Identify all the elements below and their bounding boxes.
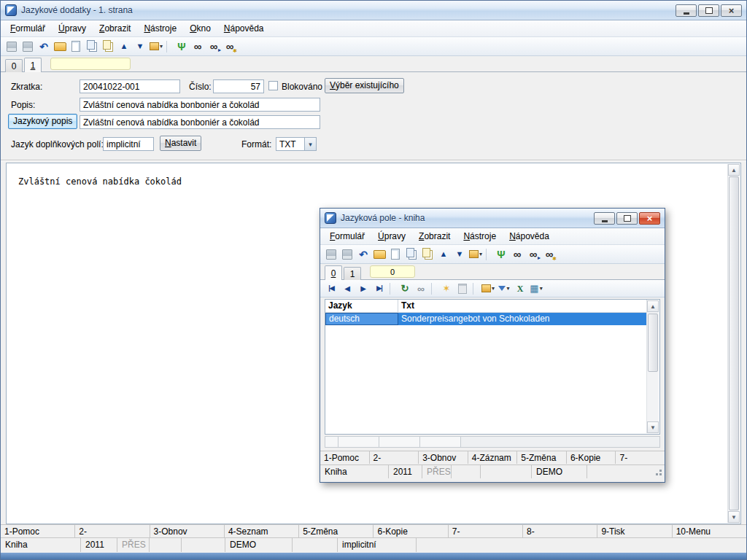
editor-scroll-track[interactable] [728, 176, 740, 511]
save-as-icon[interactable] [20, 39, 35, 54]
save-as-icon[interactable] [340, 247, 355, 262]
scroll-down-button[interactable] [728, 511, 740, 523]
plant-icon[interactable] [494, 247, 508, 262]
main-tab-1[interactable]: 1 [24, 58, 42, 72]
prev-icon[interactable] [340, 281, 355, 296]
menu-item[interactable]: Nápověda [217, 21, 271, 36]
editor-scrollbar[interactable] [727, 164, 740, 523]
menu-item[interactable]: Nápověda [503, 229, 556, 244]
menu-item[interactable]: Nástroje [457, 229, 503, 244]
child-minimize-button[interactable] [594, 212, 615, 225]
menu-item[interactable]: Zobrazit [93, 21, 137, 36]
copy-icon[interactable] [404, 247, 419, 262]
menu-item[interactable]: Formulář [323, 229, 371, 244]
menu-item[interactable]: Zobrazit [412, 229, 457, 244]
fkey-button[interactable]: 1-Pomoc [320, 451, 369, 464]
find-icon[interactable] [190, 39, 205, 54]
grid-scroll-thumb[interactable] [648, 314, 658, 372]
format-dropdown-button[interactable] [304, 138, 316, 150]
child-maximize-button[interactable] [616, 212, 638, 225]
jazykovy-popis-input[interactable]: Zvláštní cenová nabídka bonboniér a čoko… [80, 115, 320, 129]
fkey-button[interactable]: 10-Menu [672, 525, 746, 538]
fkey-button[interactable]: 8- [522, 525, 597, 538]
jazyk-doplnkovych-poli-input[interactable]: implicitní [103, 137, 154, 151]
excel-icon[interactable] [513, 281, 527, 296]
fkey-button[interactable]: 5-Změna [298, 525, 373, 538]
popis-input[interactable]: Zvláštní cenová nabídka bonboniér a čoko… [80, 98, 320, 112]
next-icon[interactable] [356, 281, 371, 296]
find-next-icon[interactable] [526, 247, 541, 262]
child-close-button[interactable] [639, 212, 660, 225]
resize-grip[interactable] [659, 473, 662, 475]
find-new-icon[interactable] [542, 247, 557, 262]
move-down-icon[interactable] [452, 247, 467, 262]
zkratka-input[interactable]: 20041022-001 [80, 79, 180, 93]
last-icon[interactable] [372, 281, 387, 296]
nastavit-button[interactable]: Nastavit [160, 136, 201, 151]
send-icon[interactable] [481, 281, 495, 296]
maximize-button[interactable] [698, 4, 719, 17]
scroll-up-button[interactable] [728, 164, 740, 176]
grid-scroll-up-button[interactable] [647, 300, 659, 312]
fkey-button[interactable]: 3-Obnov [150, 525, 224, 538]
open-icon[interactable] [53, 39, 67, 54]
save-icon[interactable] [324, 247, 338, 262]
find-grey-icon[interactable] [414, 281, 428, 296]
main-titlebar[interactable]: Jazykové dodatky - 1. strana [1, 1, 746, 20]
copy-icon[interactable] [85, 39, 99, 54]
fkey-button[interactable]: 2- [369, 451, 419, 464]
refresh-page-icon[interactable] [398, 281, 412, 296]
save-icon[interactable] [4, 39, 19, 54]
first-icon[interactable] [324, 281, 338, 296]
find-new-icon[interactable] [222, 39, 237, 54]
minimize-button[interactable] [676, 4, 697, 17]
grid-scroll-track[interactable] [647, 312, 659, 421]
find-icon[interactable] [510, 247, 525, 262]
child-titlebar[interactable]: Jazyková pole - kniha [320, 209, 665, 228]
undo-icon[interactable] [356, 247, 371, 262]
menu-item[interactable]: Úpravy [52, 21, 93, 36]
table-row[interactable]: deutsch Sonderpreisangebot von Schokolad… [325, 313, 647, 325]
report-icon[interactable] [529, 281, 543, 296]
plant-icon[interactable] [174, 39, 189, 54]
menu-item[interactable]: Okno [183, 21, 217, 36]
menu-item[interactable]: Nástroje [137, 21, 183, 36]
fkey-button[interactable]: 9-Tisk [597, 525, 671, 538]
cell-jazyk[interactable]: deutsch [325, 313, 398, 325]
fkey-button[interactable]: 1-Pomoc [1, 525, 74, 538]
column-header-jazyk[interactable]: Jazyk [325, 300, 398, 312]
fkey-button[interactable]: 3-Obnov [418, 451, 468, 464]
jazykovy-popis-button[interactable]: Jazykový popis [8, 114, 77, 129]
move-up-icon[interactable] [436, 247, 451, 262]
child-tab-0[interactable]: 0 [325, 265, 342, 280]
fkey-button[interactable]: 4-Záznam [468, 451, 517, 464]
duplicate-icon[interactable] [101, 39, 115, 54]
filter-icon[interactable] [497, 281, 511, 296]
menu-item[interactable]: Formulář [4, 21, 52, 36]
fkey-button[interactable]: 6-Kopie [373, 525, 447, 538]
fkey-button[interactable]: 4-Seznam [224, 525, 298, 538]
close-button[interactable] [721, 4, 742, 17]
send-icon[interactable] [149, 39, 163, 54]
column-header-txt[interactable]: Txt [398, 300, 647, 312]
format-select[interactable]: TXT [276, 137, 317, 151]
vyber-existujiciho-button[interactable]: Výběr existujícího [325, 78, 404, 93]
editor-scroll-thumb[interactable] [729, 176, 739, 510]
move-up-icon[interactable] [117, 39, 131, 54]
fkey-button[interactable]: 6-Kopie [566, 451, 616, 464]
fkey-button[interactable]: 7- [615, 451, 665, 464]
main-tab-0[interactable]: 0 [5, 59, 23, 72]
fkey-button[interactable]: 5-Změna [516, 451, 566, 464]
fkey-button[interactable]: 7- [448, 525, 522, 538]
star-add-icon[interactable] [439, 281, 454, 296]
cislo-input[interactable]: 57 [213, 79, 264, 93]
open-icon[interactable] [372, 247, 387, 262]
blokovano-checkbox[interactable] [268, 81, 278, 90]
paste-icon[interactable] [455, 281, 470, 296]
menu-item[interactable]: Úpravy [371, 229, 412, 244]
child-tab-1[interactable]: 1 [344, 267, 361, 280]
send-icon[interactable] [468, 247, 483, 262]
duplicate-icon[interactable] [420, 247, 435, 262]
cell-txt[interactable]: Sonderpreisangebot von Schokoladen [398, 313, 647, 325]
move-down-icon[interactable] [133, 39, 147, 54]
